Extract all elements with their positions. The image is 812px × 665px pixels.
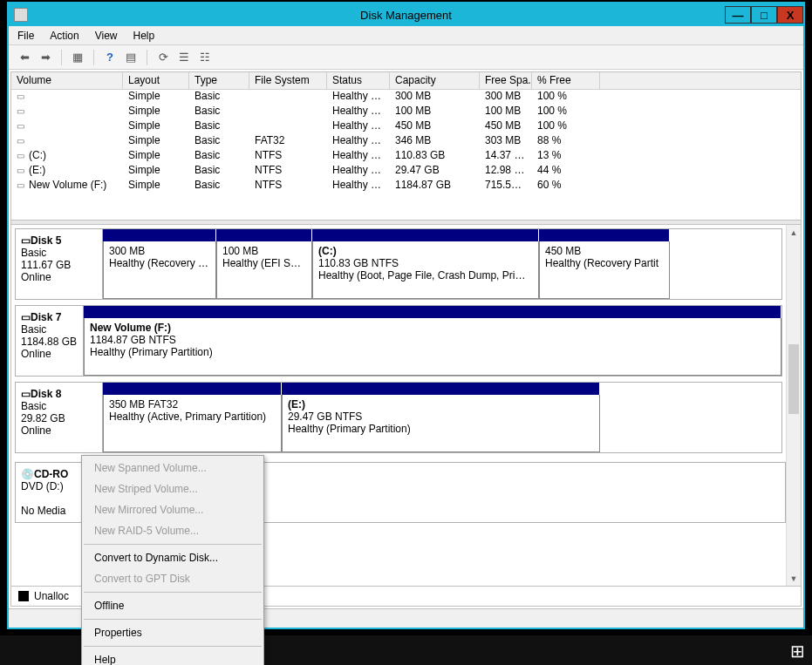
menu-item: New Mirrored Volume...: [82, 499, 263, 520]
toolbar-sep: [93, 50, 94, 65]
disk-label: ▭Disk 8: [21, 388, 61, 400]
partition[interactable]: New Volume (F:)1184.87 GB NTFSHealthy (P…: [84, 318, 781, 376]
partition[interactable]: 100 MBHealthy (EFI Syste: [216, 241, 312, 299]
col-pctfree[interactable]: % Free: [532, 72, 600, 89]
drive-icon: ▭: [17, 180, 29, 190]
disk-state: Online: [21, 424, 51, 437]
titlebar[interactable]: Disk Management — □ X: [9, 3, 803, 26]
disk-row[interactable]: ▭Disk 7Basic1184.88 GBOnlineNew Volume (…: [15, 305, 782, 377]
disk-row[interactable]: ▭Disk 8Basic29.82 GBOnline350 MB FAT32He…: [15, 382, 782, 453]
scroll-up-icon[interactable]: ▲: [787, 225, 801, 240]
app-icon: [14, 8, 28, 22]
disk-label: ▭Disk 5: [21, 234, 61, 247]
partition[interactable]: (C:)110.83 GB NTFSHealthy (Boot, Page Fi…: [312, 241, 539, 299]
forward-arrow-icon[interactable]: ➡: [37, 49, 54, 66]
disk-state: Online: [21, 348, 51, 360]
disk-size: 111.67 GB: [21, 259, 71, 271]
col-type[interactable]: Type: [189, 72, 249, 89]
window-title: Disk Management: [360, 9, 452, 22]
show-hide-icon[interactable]: ▦: [69, 49, 86, 66]
close-button[interactable]: X: [777, 6, 803, 24]
menu-item: Convert to GPT Disk: [82, 568, 263, 589]
col-filesystem[interactable]: File System: [249, 72, 327, 89]
scroll-thumb[interactable]: [788, 344, 799, 414]
col-volume[interactable]: Volume: [11, 72, 123, 89]
menu-separator: [84, 619, 262, 620]
scroll-down-icon[interactable]: ▼: [787, 571, 801, 586]
volume-list[interactable]: ▭SimpleBasicHealthy (R...300 MB300 MB100…: [11, 90, 801, 193]
drive-icon: ▭: [17, 106, 29, 116]
disk-type: Basic: [21, 400, 46, 412]
menu-item[interactable]: Properties: [82, 622, 263, 643]
drive-icon: ▭: [17, 121, 29, 131]
disk-type: Basic: [21, 247, 46, 259]
props-icon[interactable]: ▤: [122, 49, 140, 66]
toolbar: ⬅ ➡ ▦ ? ▤ ⟳ ☰ ☷: [9, 45, 803, 70]
settings-icon[interactable]: ☰: [175, 49, 193, 66]
menu-item: New Striped Volume...: [82, 478, 263, 499]
disk-type: Basic: [21, 323, 46, 336]
partition[interactable]: 300 MBHealthy (Recovery Par: [103, 241, 216, 299]
help-icon[interactable]: ?: [101, 49, 119, 66]
disk-size: 1184.88 GB: [21, 336, 77, 348]
maximize-button[interactable]: □: [751, 6, 777, 24]
volume-row[interactable]: ▭New Volume (F:)SimpleBasicNTFSHealthy (…: [11, 179, 801, 193]
partition[interactable]: 450 MBHealthy (Recovery Partit: [539, 241, 670, 299]
menu-separator: [84, 646, 262, 647]
legend-swatch-icon: [18, 591, 29, 601]
menu-action[interactable]: Action: [50, 30, 78, 42]
menu-help[interactable]: Help: [133, 30, 155, 42]
drive-icon: ▭: [17, 92, 29, 101]
cdrom-drive: DVD (D:): [21, 480, 64, 492]
drive-icon: ▭: [17, 136, 29, 146]
col-free[interactable]: Free Spa...: [480, 72, 532, 89]
menu-separator: [84, 544, 262, 545]
volume-row[interactable]: ▭SimpleBasicHealthy (R...450 MB450 MB100…: [11, 119, 801, 134]
menu-item: New Spanned Volume...: [82, 458, 263, 478]
minimize-button[interactable]: —: [725, 6, 751, 24]
disk-size: 29.82 GB: [21, 412, 65, 424]
menu-file[interactable]: File: [17, 30, 34, 42]
col-capacity[interactable]: Capacity: [390, 72, 480, 89]
action-icon[interactable]: ☷: [196, 49, 214, 66]
toolbar-sep: [147, 50, 147, 65]
volume-row[interactable]: ▭(C:)SimpleBasicNTFSHealthy (B...110.83 …: [11, 149, 801, 164]
menu-separator: [84, 592, 262, 593]
partition[interactable]: (E:)29.47 GB NTFSHealthy (Primary Partit…: [282, 395, 600, 452]
col-layout[interactable]: Layout: [123, 72, 189, 89]
disk-row[interactable]: ▭Disk 5Basic111.67 GBOnline300 MBHealthy…: [15, 228, 782, 300]
drive-icon: ▭: [17, 166, 29, 175]
volume-row[interactable]: ▭(E:)SimpleBasicNTFSHealthy (P...29.47 G…: [11, 164, 801, 179]
refresh-icon[interactable]: ⟳: [154, 49, 172, 66]
menubar: File Action View Help: [9, 26, 803, 45]
menu-item[interactable]: Convert to Dynamic Disk...: [82, 547, 263, 568]
cdrom-label: 💿CD-RO: [21, 468, 68, 480]
cdrom-state: No Media: [21, 505, 65, 517]
menu-view[interactable]: View: [95, 30, 118, 42]
volume-row[interactable]: ▭SimpleBasicFAT32Healthy (A...346 MB303 …: [11, 134, 801, 149]
volume-row[interactable]: ▭SimpleBasicHealthy (R...300 MB300 MB100…: [11, 90, 801, 105]
toolbar-sep: [61, 50, 62, 65]
volume-row[interactable]: ▭SimpleBasicHealthy (E...100 MB100 MB100…: [11, 105, 801, 119]
context-menu: New Spanned Volume...New Striped Volume.…: [81, 455, 264, 665]
partition[interactable]: 350 MB FAT32Healthy (Active, Primary Par…: [103, 395, 282, 452]
disk-label: ▭Disk 7: [21, 311, 61, 323]
legend-label: Unalloc: [34, 590, 69, 602]
volume-list-header: Volume Layout Type File System Status Ca…: [11, 72, 801, 90]
scrollbar-vertical[interactable]: ▲ ▼: [786, 225, 801, 586]
drive-icon: ▭: [17, 151, 29, 160]
disk-state: Online: [21, 271, 51, 283]
windows-start-icon[interactable]: ⊞: [790, 641, 805, 662]
menu-item[interactable]: Offline: [82, 595, 263, 616]
col-status[interactable]: Status: [327, 72, 390, 89]
menu-item: New RAID-5 Volume...: [82, 520, 263, 541]
menu-item[interactable]: Help: [82, 649, 263, 665]
back-arrow-icon[interactable]: ⬅: [16, 49, 33, 66]
